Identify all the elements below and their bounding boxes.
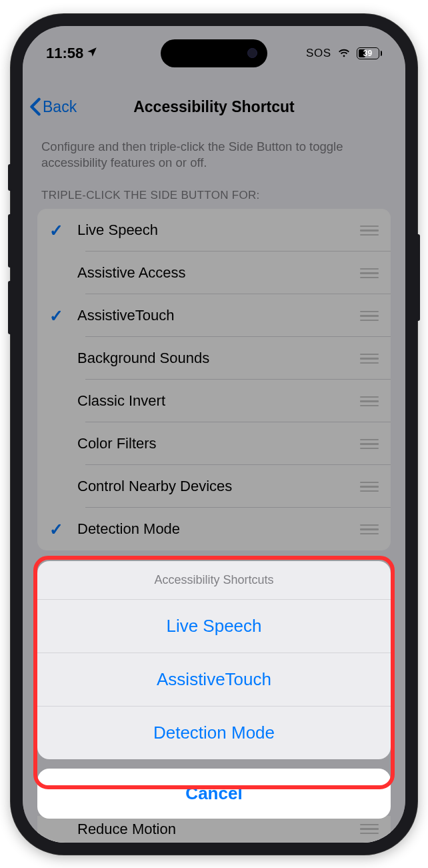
volume-up-button [8,214,12,268]
battery-percentage: 39 [357,48,379,59]
action-sheet-option-live-speech[interactable]: Live Speech [37,600,391,653]
camera-dot [247,48,257,58]
mute-switch [8,164,12,191]
cancel-button[interactable]: Cancel [37,769,391,819]
action-sheet-option-detection-mode[interactable]: Detection Mode [37,707,391,759]
battery-indicator: 39 [357,47,383,59]
side-button [416,234,420,321]
location-icon [86,45,98,62]
volume-down-button [8,281,12,334]
status-time: 11:58 [46,45,83,62]
phone-hardware-frame: 11:58 SOS 39 [11,14,417,855]
action-sheet-option-assistivetouch[interactable]: AssistiveTouch [37,653,391,707]
screen: 11:58 SOS 39 [23,26,405,843]
wifi-icon [337,45,351,62]
dynamic-island [161,39,267,67]
sos-indicator: SOS [306,47,331,60]
action-sheet: Accessibility Shortcuts Live Speech Assi… [23,561,405,843]
action-sheet-title: Accessibility Shortcuts [37,561,391,600]
